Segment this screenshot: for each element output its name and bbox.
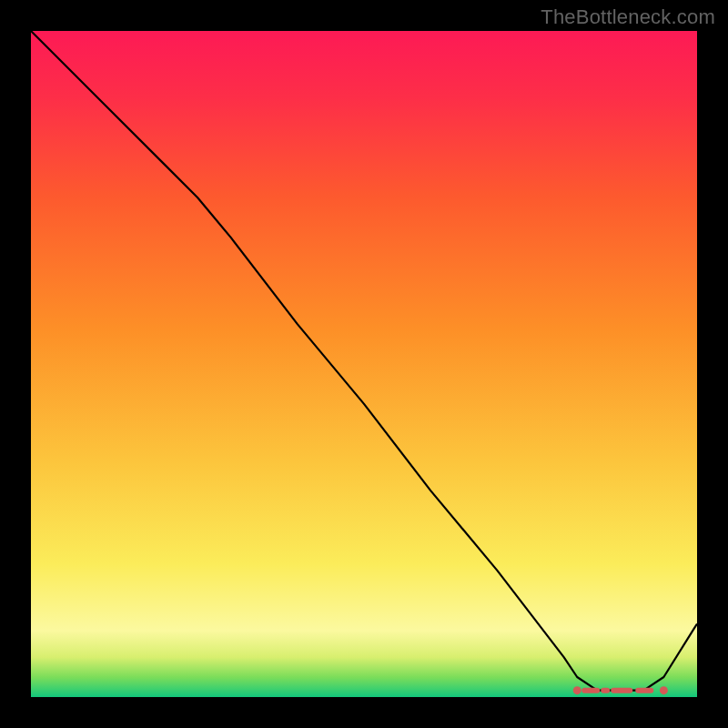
watermark-text: TheBottleneck.com: [541, 5, 715, 29]
svg-point-2: [660, 686, 668, 694]
svg-point-1: [573, 686, 581, 694]
chart-plot-area: [31, 31, 697, 697]
chart-frame: TheBottleneck.com: [0, 0, 728, 728]
chart-svg: [31, 31, 697, 697]
